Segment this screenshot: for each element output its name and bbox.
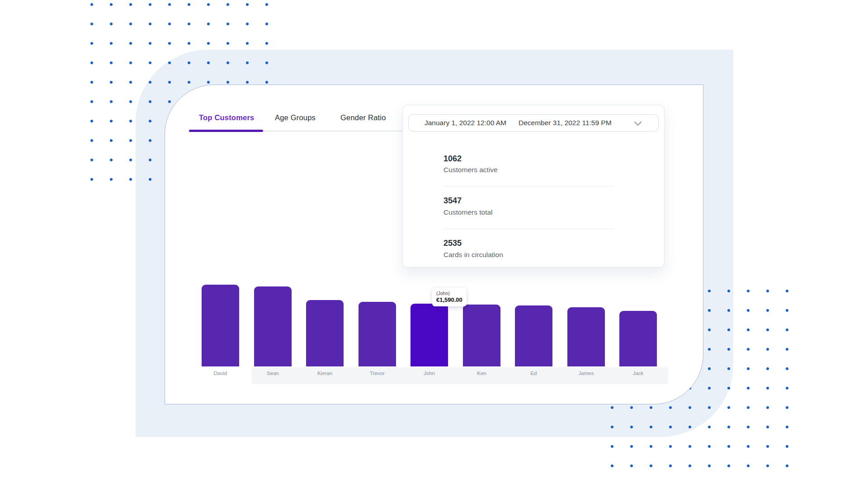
date-range-selector[interactable]: January 1, 2022 12:00 AM December 31, 20… (408, 114, 659, 131)
chart-bar-label-jack: Jack (612, 371, 664, 376)
chart-bar-john[interactable] (410, 304, 448, 366)
active-tab-underline (189, 130, 263, 132)
stat-value-cards-in-circulation: 2535 (443, 239, 462, 248)
chart-bar-label-ed: Ed (508, 371, 560, 376)
chart-bar-label-ken: Ken (456, 371, 508, 376)
chart-bar-label-james: James (560, 371, 612, 376)
tab-gender-ratio[interactable]: Gender Ratio (340, 113, 386, 122)
chart-bar-ken[interactable] (463, 305, 500, 366)
tooltip-category: (John) (436, 290, 462, 296)
chart-bar-label-trevor: Trevor (351, 371, 403, 376)
chart-bar-label-john: John (403, 371, 455, 376)
chart-bar-james[interactable] (567, 307, 605, 366)
chart-bar-trevor[interactable] (359, 302, 396, 366)
chart-bar-label-david: David (194, 371, 246, 376)
chart-bar-label-kieran: Kieran (299, 371, 351, 376)
chart-bar-kieran[interactable] (306, 300, 344, 366)
chart-bar-ed[interactable] (515, 305, 552, 366)
tab-age-groups[interactable]: Age Groups (275, 113, 316, 122)
chart-bar-david[interactable] (202, 285, 239, 366)
stat-value-customers-active: 1062 (443, 154, 462, 164)
stat-label-cards-in-circulation: Cards in circulation (443, 251, 503, 259)
stat-value-customers-total: 3547 (443, 196, 462, 206)
chart-bar-jack[interactable] (619, 311, 657, 366)
summary-panel: January 1, 2022 12:00 AM December 31, 20… (402, 105, 665, 267)
date-range-end: December 31, 2022 11:59 PM (519, 119, 612, 127)
chart-bar-sean[interactable] (254, 286, 292, 366)
chevron-down-icon (634, 121, 642, 126)
stat-divider (443, 229, 613, 229)
date-range-start: January 1, 2022 12:00 AM (425, 119, 506, 127)
tooltip-value: €1,590.00 (436, 296, 462, 304)
tab-top-customers[interactable]: Top Customers (199, 113, 254, 122)
chart-bar-label-sean: Sean (247, 371, 299, 376)
stat-label-customers-active: Customers active (443, 166, 498, 174)
stat-divider (443, 186, 613, 187)
stat-label-customers-total: Customers total (443, 208, 493, 216)
tabs-baseline (263, 131, 402, 131)
chart-tooltip: (John) €1,590.00 (432, 288, 467, 306)
